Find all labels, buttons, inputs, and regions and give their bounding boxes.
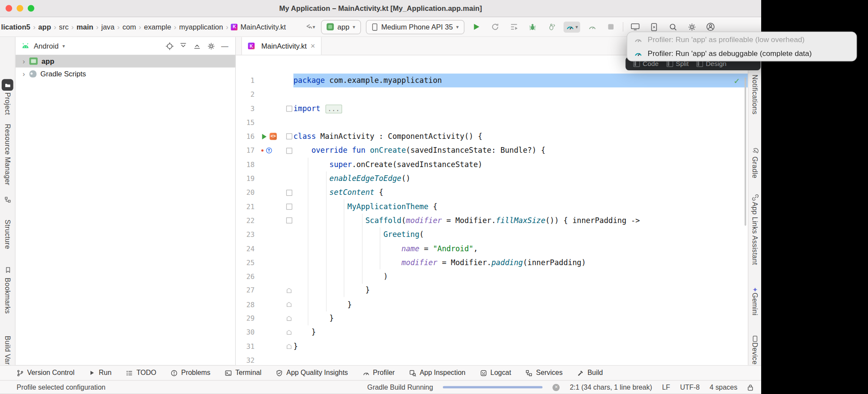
cancel-build-button[interactable]: × [553, 384, 560, 391]
run-configuration-selector[interactable]: app ▾ [321, 20, 361, 34]
structure-stripe-icon[interactable] [4, 196, 12, 204]
code-line-31[interactable]: 31} [236, 339, 748, 353]
fold-marker[interactable] [286, 204, 292, 210]
stop-button[interactable] [604, 20, 618, 34]
code-line-15[interactable]: 15 [236, 115, 748, 129]
tool-stripe-app-links-assistant[interactable]: App Links Assistant [751, 202, 759, 265]
code-line-30[interactable]: 30 } [236, 325, 748, 339]
tool-window-button-logcat[interactable]: Logcat [480, 369, 511, 377]
fold-end-marker[interactable] [287, 316, 291, 321]
code-line-22[interactable]: 22 Scaffold(modifier = Modifier.fillMaxS… [236, 213, 748, 227]
editor-scrollbar[interactable] [745, 77, 746, 226]
breadcrumb-item[interactable]: myapplication [179, 23, 223, 31]
fold-end-marker[interactable] [287, 302, 291, 307]
fold-marker[interactable] [286, 134, 292, 140]
tool-window-button-app-quality-insights[interactable]: App Quality Insights [276, 369, 348, 377]
breadcrumb-item[interactable]: lication5 [1, 23, 30, 31]
editor-body[interactable]: 1package com.example.myapplication23impo… [236, 55, 748, 365]
close-button[interactable] [6, 5, 12, 11]
app-links-stripe-icon[interactable] [751, 194, 759, 201]
compose-preview-gutter-icon[interactable]: <> [270, 133, 277, 140]
zoom-button[interactable] [28, 5, 34, 11]
fold-end-marker[interactable] [287, 330, 291, 335]
code-line-23[interactable]: 23 Greeting( [236, 227, 748, 241]
attach-debugger-button[interactable] [545, 20, 558, 34]
inspections-ok-icon[interactable]: ✓ [734, 76, 740, 85]
code-line-27[interactable]: 27 } [236, 283, 748, 297]
fold-end-marker[interactable] [287, 344, 291, 349]
editor-tab-mainactivity[interactable]: K MainActivity.kt × [241, 37, 322, 55]
tool-window-button-todo[interactable]: TODO [126, 369, 156, 377]
indent-indicator[interactable]: 4 spaces [710, 383, 737, 391]
tool-stripe-gradle[interactable]: Gradle [751, 157, 759, 178]
profiler-button-active[interactable]: ▾ [563, 21, 580, 32]
project-tool-button-selected[interactable] [2, 79, 13, 91]
code-line-19[interactable]: 19 enableEdgeToEdge() [236, 171, 748, 185]
tool-window-button-terminal[interactable]: Terminal [225, 369, 261, 377]
code-line-28[interactable]: 28 } [236, 298, 748, 312]
caret-position[interactable]: 2:1 (34 chars, 1 line break) [570, 383, 652, 391]
minimize-button[interactable] [17, 5, 23, 11]
bookmark-stripe-icon[interactable] [4, 266, 12, 274]
profiler-profileable-option[interactable]: Profiler: Run 'app' as profileable (low … [627, 33, 856, 46]
profiler-debuggable-option[interactable]: Profiler: Run 'app' as debuggable (compl… [627, 46, 856, 60]
vcs-update-button[interactable]: ▾ [303, 20, 317, 34]
fold-end-marker[interactable] [287, 288, 291, 293]
tool-stripe-project[interactable]: Project [3, 92, 11, 115]
tool-stripe-resource-manager[interactable]: Resource Manager [3, 124, 11, 186]
code-line-25[interactable]: 25 modifier = Modifier.padding(innerPadd… [236, 256, 748, 269]
run-button[interactable] [469, 20, 483, 34]
tool-stripe-notifications[interactable]: Notifications [751, 75, 759, 115]
project-view-selector[interactable]: Android [34, 42, 59, 50]
code-line-32[interactable]: 32 [236, 354, 748, 365]
run-with-coverage-button[interactable] [507, 20, 521, 34]
overriding-method-gutter-icon[interactable] [266, 147, 272, 154]
code-line-18[interactable]: 18 super.onCreate(savedInstanceState) [236, 158, 748, 171]
tool-window-button-build[interactable]: Build [577, 369, 603, 377]
tool-window-button-problems[interactable]: Problems [171, 369, 211, 377]
readonly-lock-icon[interactable] [747, 384, 753, 391]
breadcrumb-item[interactable]: java [101, 23, 114, 31]
code-line-1[interactable]: 1package com.example.myapplication [236, 74, 748, 88]
run-gutter-icon[interactable] [261, 133, 267, 140]
device-manager-stripe-icon[interactable] [751, 335, 759, 342]
code-line-21[interactable]: 21 MyApplicationTheme { [236, 200, 748, 213]
tool-window-button-run[interactable]: Run [89, 369, 112, 377]
rerun-button[interactable] [488, 20, 502, 34]
collapse-all-button[interactable] [192, 41, 202, 51]
code-line-2[interactable]: 2 [236, 88, 748, 102]
chevron-right-icon[interactable]: › [20, 70, 28, 78]
tool-stripe-gemini[interactable]: Gemini [751, 292, 759, 315]
expand-all-button[interactable] [178, 41, 188, 51]
tool-window-button-version-control[interactable]: Version Control [17, 369, 74, 377]
panel-options-button[interactable] [206, 41, 216, 51]
tool-stripe-device-manager[interactable]: Device Manager [751, 342, 759, 365]
tree-item-gradle-scripts[interactable]: ›Gradle Scripts [16, 68, 235, 80]
code-line-29[interactable]: 29 } [236, 312, 748, 325]
code-line-16[interactable]: 16<>class MainActivity : ComponentActivi… [236, 130, 748, 144]
tool-stripe-bookmarks[interactable]: Bookmarks [3, 278, 11, 314]
tool-window-button-profiler[interactable]: Profiler [362, 369, 395, 377]
breadcrumb-item[interactable]: src [59, 23, 69, 31]
chevron-right-icon[interactable]: › [20, 57, 28, 65]
code-line-26[interactable]: 26 ) [236, 269, 748, 283]
locate-file-button[interactable] [165, 41, 175, 51]
breadcrumb-item[interactable]: com [122, 23, 136, 31]
profile-low-overhead-button[interactable] [585, 20, 599, 34]
tool-window-button-app-inspection[interactable]: App Inspection [409, 369, 465, 377]
tool-stripe-structure[interactable]: Structure [3, 220, 11, 249]
breadcrumb-item[interactable]: KMainActivity.kt [231, 23, 286, 31]
code-line-3[interactable]: 3import ... [236, 102, 748, 115]
breadcrumb-item[interactable]: main [76, 23, 93, 31]
tool-window-button-services[interactable]: Services [525, 369, 562, 377]
code-line-17[interactable]: 17 override fun onCreate(savedInstanceSt… [236, 144, 748, 158]
fold-marker[interactable] [286, 217, 292, 223]
encoding-indicator[interactable]: UTF-8 [680, 383, 700, 391]
code-line-20[interactable]: 20 setContent { [236, 186, 748, 200]
fold-marker[interactable] [286, 190, 292, 196]
code-line-24[interactable]: 24 name = "Android", [236, 242, 748, 256]
breadcrumb-item[interactable]: app [38, 23, 51, 31]
tree-item-app[interactable]: ›app [16, 55, 235, 67]
close-tab-icon[interactable]: × [310, 42, 315, 50]
tool-stripe-build-variants[interactable]: Build Variants [3, 336, 11, 365]
